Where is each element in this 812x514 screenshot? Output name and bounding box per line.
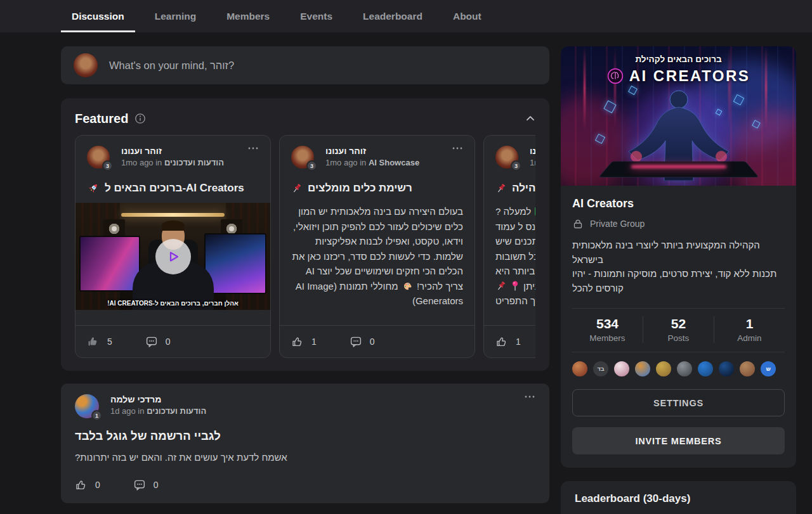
post-card[interactable]: 1 מרדכי שלמה 1d ago in הודעות ועדכונים ל… [61, 383, 549, 503]
like-count: 0 [95, 480, 100, 490]
comment-count: 0 [370, 337, 375, 347]
post-title[interactable]: רשימת כלים מומלצים [280, 182, 475, 195]
info-icon[interactable] [134, 113, 146, 124]
post-author[interactable]: זוהר וענונו [325, 146, 440, 156]
post-author[interactable]: זוהר וענונו [121, 146, 236, 156]
comment-icon[interactable] [145, 335, 158, 348]
post-time: 1d ago in [110, 406, 145, 416]
kebab-menu-icon[interactable] [452, 146, 463, 156]
member-avatar[interactable] [719, 361, 734, 376]
pushpin-icon [495, 183, 507, 194]
like-icon[interactable] [291, 335, 304, 348]
level-badge: 3 [306, 160, 317, 171]
like-count: 5 [107, 337, 112, 347]
composer-placeholder: What's on your mind, זוהר? [109, 60, 234, 72]
monitor [204, 233, 266, 294]
body-line: ? למעלה [495, 204, 535, 219]
like-icon[interactable] [75, 479, 88, 491]
group-name: AI Creators [572, 197, 785, 210]
play-button-icon[interactable] [155, 239, 191, 274]
member-avatar[interactable] [698, 361, 713, 376]
tab-leaderboard[interactable]: Leaderboard [352, 0, 433, 32]
post-author[interactable]: מרדכי שלמה [110, 394, 513, 404]
post-title-text: רשימת כלים מומלצים [308, 182, 463, 195]
comment-count: 0 [154, 480, 159, 490]
post-title-text: קהילה [512, 182, 535, 195]
post-category[interactable]: AI Showcase [369, 158, 419, 167]
banner-welcome-text: ברוכים הבאים לקהילת [561, 55, 796, 64]
tab-members[interactable]: Members [216, 0, 280, 32]
post-title[interactable]: לגביי הרשמה של גוגל בלבד [75, 429, 535, 443]
tab-discussion[interactable]: Discussion [61, 0, 135, 32]
group-card: ברוכים הבאים לקהילת AI CREATORS AI Creat… [561, 46, 796, 468]
roundpin-icon [511, 281, 520, 291]
member-avatar[interactable] [635, 361, 650, 376]
post-body-preview: בעולם היצירה עם בינה מלאכותית יש המון כל… [280, 204, 475, 309]
post-composer[interactable]: What's on your mind, זוהר? [61, 46, 549, 84]
post-title[interactable]: ברוכים הבאים ל-AI Creators [75, 182, 270, 195]
member-avatar[interactable] [572, 361, 587, 376]
banner-keyboard [598, 161, 759, 177]
tab-learning[interactable]: Learning [144, 0, 207, 32]
stat-label: Members [572, 333, 643, 343]
group-stat: 1Admin [714, 316, 785, 343]
featured-post-card[interactable]: 3זוהר וענונו1mo ago in AI Showcaseרשימת … [279, 135, 475, 358]
body-line: ניתן [495, 279, 535, 294]
post-body-preview: ? למעלההיכנס ל עמודהתכנים שישקבל תשובותב… [484, 204, 535, 309]
post-body: אשמח לדעת איך עושים את זה. והאם יש בזה י… [75, 452, 535, 463]
comment-icon[interactable] [133, 479, 146, 491]
body-line: היכנס ל עמוד [495, 219, 535, 235]
body-line: קבל תשובות [495, 249, 535, 264]
post-category[interactable]: הודעות ועדכונים [164, 158, 224, 167]
post-meta: 1mo ago in הודעות ועדכונים [121, 158, 236, 167]
member-avatar[interactable] [740, 361, 755, 376]
group-description: הקהילה המקצועית ביותר ליוצרי בינה מלאכות… [572, 238, 785, 295]
member-avatar[interactable]: ש [761, 361, 776, 376]
level-badge: 3 [511, 160, 521, 171]
stat-value: 52 [643, 316, 714, 331]
level-badge: 3 [102, 160, 113, 171]
like-count: 1 [311, 337, 317, 347]
privacy-label: Private Group [590, 219, 645, 229]
leaderboard-title: Leaderboard (30-days) [575, 492, 782, 505]
stat-value: 1 [714, 316, 785, 331]
member-avatar[interactable] [677, 361, 692, 376]
comment-icon[interactable] [350, 335, 362, 348]
group-stat: 534Members [572, 316, 643, 343]
kebab-menu-icon[interactable] [247, 146, 259, 156]
like-icon[interactable] [495, 335, 508, 348]
lock-icon [572, 218, 584, 229]
like-icon[interactable] [87, 335, 100, 348]
group-banner-image: ברוכים הבאים לקהילת AI CREATORS [561, 46, 796, 186]
post-author[interactable]: זוהר וענונו [530, 146, 535, 156]
banner-group-name: AI CREATORS [629, 67, 750, 85]
featured-post-card[interactable]: 3זוהר וענונו1mo ago in הודעות ועדכוניםבר… [75, 135, 271, 358]
member-avatar[interactable] [614, 361, 629, 376]
video-thumbnail[interactable]: אהלן חברים, ברוכים הבאים ל-AI CREATORS! [75, 203, 270, 310]
member-avatar[interactable]: בד [593, 361, 608, 376]
sidebar-column: ברוכים הבאים לקהילת AI CREATORS AI Creat… [561, 46, 796, 514]
kebab-menu-icon[interactable] [524, 394, 535, 404]
brain-icon [607, 68, 624, 84]
post-time: 1mo ago in [121, 158, 164, 167]
member-avatar[interactable] [656, 361, 671, 376]
post-category[interactable]: הודעות ועדכונים [147, 406, 206, 416]
tab-events[interactable]: Events [289, 0, 343, 32]
tab-about[interactable]: About [442, 0, 492, 32]
check-icon [535, 207, 535, 216]
featured-post-card[interactable]: 3זוהר וענונו1mo ago in קהילה? למעלההיכנס… [483, 135, 535, 358]
leaderboard-card: Leaderboard (30-days) [561, 481, 796, 514]
settings-button[interactable]: SETTINGS [572, 389, 785, 416]
chevron-up-icon[interactable] [525, 113, 535, 124]
comment-count: 0 [166, 337, 171, 347]
post-meta: 1mo ago in AI Showcase [325, 158, 440, 167]
avatar [74, 53, 98, 77]
avatar: 3 [291, 146, 314, 169]
invite-members-button[interactable]: INVITE MEMBERS [572, 427, 785, 454]
monitor [79, 236, 140, 292]
featured-section: Featured 3זוהר וענונו1mo ago in הודעות ו… [61, 98, 549, 371]
level-badge: 1 [91, 410, 102, 421]
rocket-icon [87, 182, 100, 195]
post-title[interactable]: קהילה [484, 182, 535, 195]
stat-label: Posts [643, 333, 714, 343]
